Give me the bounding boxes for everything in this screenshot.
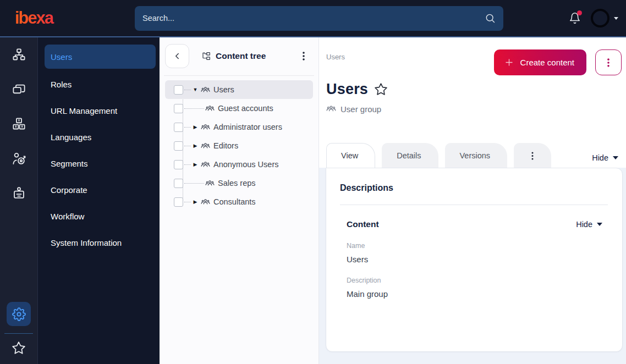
user-group-icon (326, 104, 336, 114)
tab-content-area: Descriptions Content Hide Name Use (319, 168, 626, 364)
tree-options-kebab-icon[interactable] (299, 51, 309, 62)
tree-checkbox[interactable] (174, 85, 183, 95)
notification-dot (577, 10, 582, 15)
bookmark-star-icon[interactable] (374, 82, 388, 96)
expand-toggle-icon[interactable]: ▶ (191, 143, 200, 148)
content-tree-list: ▼ Users Guest accounts ▶ Administrator u… (165, 80, 313, 211)
more-options-button[interactable] (595, 49, 622, 75)
user-menu-caret-icon[interactable] (614, 17, 618, 20)
pages-icon[interactable] (12, 82, 26, 97)
tree-item-label: Anonymous Users (213, 160, 278, 169)
gear-icon (12, 307, 26, 321)
products-icon[interactable] (12, 117, 26, 131)
global-search[interactable] (135, 6, 503, 31)
nav-rail (0, 37, 38, 364)
admin-settings-button-active[interactable] (7, 302, 31, 326)
tree-item-administrator-users[interactable]: ▶ Administrator users (165, 118, 313, 136)
content-tree-title-wrap: Content tree (201, 51, 266, 61)
sidebar-item-corporate[interactable]: Corporate (45, 177, 156, 203)
caret-down-icon (597, 223, 602, 226)
tree-item-label: Users (213, 85, 234, 94)
tree-checkbox[interactable] (174, 141, 183, 151)
breadcrumb[interactable]: Users (326, 53, 345, 61)
sidebar-item-roles[interactable]: Roles (45, 71, 156, 97)
content-header: Users Create content Users (319, 37, 626, 168)
notifications-button[interactable] (569, 12, 581, 24)
hide-panel-toggle[interactable]: Hide (592, 153, 618, 168)
kebab-icon (529, 151, 536, 161)
sitemap-icon[interactable] (12, 47, 26, 62)
admin-sidebar: Users Roles URL Management Languages Seg… (38, 37, 160, 364)
expand-toggle-icon[interactable]: ▶ (191, 199, 200, 205)
section-title: Content (347, 219, 379, 229)
tree-item-consultants[interactable]: ▶ Consultants (165, 192, 313, 211)
sidebar-item-system-information[interactable]: System Information (45, 229, 156, 256)
content-tree-icon (201, 51, 211, 61)
hide-section-toggle[interactable]: Hide (576, 220, 602, 229)
tree-item-editors[interactable]: ▶ Editors (165, 136, 313, 155)
tree-item-label: Consultants (213, 197, 256, 206)
ibexa-logo[interactable]: ibexa (15, 8, 119, 28)
avatar[interactable] (591, 9, 609, 27)
search-icon[interactable] (485, 13, 496, 24)
ibexa-admin-app: ibexa (0, 0, 626, 364)
content-type-label: User group (341, 104, 381, 114)
create-content-button[interactable]: Create content (494, 49, 586, 75)
page-title: Users (326, 81, 368, 98)
user-group-icon (201, 160, 210, 169)
content-tree-header: Content tree (165, 44, 313, 68)
tree-checkbox[interactable] (174, 104, 183, 113)
tree-item-anonymous-users[interactable]: ▶ Anonymous Users (165, 155, 313, 174)
field-description: Description Main group (347, 277, 608, 299)
tree-divider (164, 75, 314, 76)
header-actions: Create content (494, 49, 623, 75)
tree-item-label: Administrator users (213, 123, 282, 131)
tab-more-kebab[interactable] (514, 143, 551, 168)
tree-checkbox[interactable] (174, 179, 183, 188)
user-group-icon (201, 197, 210, 207)
expand-toggle-icon[interactable]: ▼ (191, 87, 200, 92)
tree-item-label: Sales reps (218, 179, 256, 187)
sidebar-item-users[interactable]: Users (45, 45, 156, 69)
user-group-icon (201, 141, 210, 151)
field-label: Description (347, 277, 608, 284)
tab-versions[interactable]: Versions (445, 143, 508, 168)
topbar: ibexa (0, 0, 626, 37)
sidebar-item-url-management[interactable]: URL Management (45, 97, 156, 124)
rail-divider (4, 333, 33, 334)
tab-view[interactable]: View (326, 143, 375, 168)
expand-toggle-icon[interactable]: ▶ (191, 124, 200, 130)
descriptions-card: Descriptions Content Hide Name Use (326, 168, 623, 352)
user-group-icon (201, 123, 210, 132)
user-group-icon (205, 104, 215, 113)
content-section: Content Hide Name Users Description (340, 205, 608, 299)
field-value: Main group (347, 289, 608, 299)
bookmarks-star-icon[interactable] (12, 341, 26, 355)
sidebar-item-workflow[interactable]: Workflow (45, 203, 156, 229)
content-type-row: User group (326, 104, 623, 114)
tree-checkbox[interactable] (174, 160, 183, 169)
tree-checkbox[interactable] (174, 197, 183, 207)
tree-item-sales-reps[interactable]: Sales reps (165, 174, 313, 192)
user-group-icon (201, 85, 210, 95)
tree-item-guest-accounts[interactable]: Guest accounts (165, 99, 313, 118)
field-value: Users (347, 255, 608, 264)
search-input[interactable] (142, 14, 485, 23)
content-tree-panel: Content tree ▼ Users Guest (160, 37, 319, 364)
topbar-right (569, 9, 618, 27)
sidebar-item-segments[interactable]: Segments (45, 150, 156, 177)
tree-item-label: Editors (213, 141, 238, 150)
sidebar-item-languages[interactable]: Languages (45, 124, 156, 150)
tree-checkbox[interactable] (174, 123, 183, 132)
tab-details[interactable]: Details (382, 143, 438, 168)
tree-item-label: Guest accounts (218, 104, 273, 113)
caret-down-icon (613, 156, 618, 159)
main-content: Users Create content Users (319, 37, 626, 364)
content-tree-title: Content tree (216, 51, 266, 61)
field-name: Name Users (347, 242, 608, 264)
collapse-tree-button[interactable] (165, 44, 189, 68)
expand-toggle-icon[interactable]: ▶ (191, 162, 200, 167)
tree-item-users[interactable]: ▼ Users (165, 80, 313, 99)
badge-icon[interactable] (12, 186, 26, 201)
personalization-icon[interactable] (12, 151, 26, 166)
